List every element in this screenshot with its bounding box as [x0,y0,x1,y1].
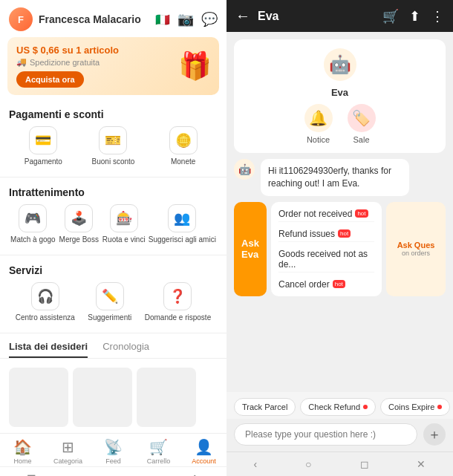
sys-person-icon[interactable]: ♟ [181,470,209,476]
entertainment-grid: 🎮 Match à gogo 🕹️ Merge Boss 🎰 Ruota e v… [9,204,218,244]
right-panel: ← Eva 🛒 ⬆ ⋮ 🤖 Eva 🔔 Notice 🏷️ Sale [226,0,453,476]
eva-card: 🤖 Eva 🔔 Notice 🏷️ Sale [234,39,446,153]
buy-now-button[interactable]: Acquista ora [16,71,84,88]
home-label: Home [13,457,31,465]
chat-body: 🤖 Eva 🔔 Notice 🏷️ Sale 🤖 Hi it1106294930… [226,32,453,392]
merge-icon: 🕹️ [65,204,93,232]
ask-option-2[interactable]: Refund issues hot [278,226,374,242]
sys-extra-right[interactable]: ✕ [408,455,434,473]
feed-label: Feed [105,457,121,465]
eva-avatar-icon: 🤖 [324,48,356,81]
faq-item[interactable]: ❓ Domande e risposte [145,282,212,322]
chat-input[interactable] [234,423,417,446]
sale-button[interactable]: 🏷️ Sale [348,104,376,144]
support-item[interactable]: 🎧 Centro assistenza [16,282,75,322]
notice-label: Notice [307,135,330,144]
spin-icon: 🎰 [110,204,138,232]
sale-label: Sale [353,135,369,144]
match-item[interactable]: 🎮 Match à gogo [10,204,56,244]
refer-item[interactable]: 👥 Suggerisci agli amici [149,204,216,244]
coins-icon: 🪙 [169,126,198,154]
camera-icon[interactable]: 📷 [177,11,194,27]
faq-icon: ❓ [163,282,192,310]
ask-ques-label: Ask Ques [397,241,435,250]
coins-expire-chip[interactable]: Coins Expire [380,398,450,416]
merge-item[interactable]: 🕹️ Merge Boss [59,204,100,244]
greeting-bubble: Hi it1106294930erfy, thanks for reaching… [261,159,409,196]
wish-card-2 [73,368,132,427]
track-parcel-label: Track Parcel [242,402,287,411]
nav-category[interactable]: ⊞ Categoria [45,438,91,465]
user-name: Francesca Malacario [39,13,141,25]
flag-icon: 🇮🇹 [155,13,170,27]
chat-header: ← Eva 🛒 ⬆ ⋮ [226,0,453,32]
ask-option-1[interactable]: Order not received hot [278,206,374,222]
nav-cart[interactable]: 🛒 Carrello [136,438,181,465]
more-icon[interactable]: ⋮ [431,8,444,25]
ask-eva-label: Ask Eva [234,202,267,296]
cart-icon: 🛒 [149,438,168,456]
wish-card-3 [137,368,196,427]
payments-section: Pagamenti e sconti 💳 Pagamento 🎫 Buoni s… [0,102,226,174]
nav-home[interactable]: 🏠 Home [0,438,45,465]
nav-account[interactable]: 👤 Account [181,438,226,465]
tab-history[interactable]: Cronologia [102,336,149,358]
services-title: Servizi [9,264,218,276]
match-label: Match à gogo [10,235,56,244]
hot-badge-1: hot [355,209,368,218]
match-icon: 🎮 [19,204,47,232]
suggestions-label: Suggerimenti [88,313,131,322]
nav-feed[interactable]: 📡 Feed [91,438,136,465]
spin-item[interactable]: 🎰 Ruota e vinci [102,204,146,244]
check-refund-chip[interactable]: Check Refund [300,398,376,416]
hot-badge-4: hot [333,280,345,288]
bot-avatar-icon: 🤖 [234,159,255,180]
sys-home-right[interactable]: ○ [296,455,320,473]
wishlist-tabs: Lista dei desideri Cronologia [0,336,226,359]
chat-icon[interactable]: 💬 [201,11,218,27]
wish-placeholder [9,368,218,427]
ask-ques-card[interactable]: Ask Ques on orders [386,202,446,296]
payment-item[interactable]: 💳 Pagamento [23,126,64,166]
ask-option-4[interactable]: Cancel order hot [278,277,374,292]
sys-menu-icon[interactable]: ☰ [18,470,45,476]
avatar: F [9,7,33,31]
option-text-2: Refund issues [278,229,335,239]
account-label: Account [192,457,216,465]
suggestions-item[interactable]: ✏️ Suggerimenti [88,282,131,322]
system-nav-left: ☰ ○ ‹ ♟ [0,466,226,476]
category-label: Categoria [53,457,82,465]
track-parcel-chip[interactable]: Track Parcel [234,398,296,416]
coins-item[interactable]: 🪙 Monete [163,126,203,166]
sys-menu-right[interactable]: ◻ [351,455,378,473]
category-icon: ⊞ [62,438,74,456]
ask-options: Order not received hot Refund issues hot… [271,202,382,296]
system-nav-right: ‹ ○ ◻ ✕ [226,451,453,476]
support-icon: 🎧 [31,282,59,310]
entertainment-section: Intrattenimento 🎮 Match à gogo 🕹️ Merge … [0,180,226,252]
app-header: F Francesca Malacario 🇮🇹 📷 💬 [0,0,226,37]
check-refund-dot [363,405,368,409]
back-button[interactable]: ← [235,7,250,25]
services-grid: 🎧 Centro assistenza ✏️ Suggerimenti ❓ Do… [9,282,218,322]
faq-label: Domande e risposte [145,313,212,322]
cart-header-icon[interactable]: 🛒 [382,8,399,25]
share-icon[interactable]: ⬆ [409,8,420,25]
coins-expire-dot [437,405,442,409]
ask-text: Ask Eva [241,238,259,260]
tab-wishlist[interactable]: Lista dei desideri [9,336,88,358]
chat-header-left: ← Eva [235,7,278,25]
sys-back-right[interactable]: ‹ [244,455,266,473]
chat-header-right: 🛒 ⬆ ⋮ [382,8,444,25]
notice-button[interactable]: 🔔 Notice [304,104,333,144]
option-text-4: Cancel order [278,279,330,290]
send-button[interactable]: ＋ [423,423,446,446]
sys-back-icon[interactable]: ‹ [130,470,151,476]
sys-home-icon[interactable]: ○ [76,470,100,476]
gift-icon: 🎁 [178,50,212,82]
ask-option-3[interactable]: Goods received not as de... [278,247,374,273]
chat-title: Eva [258,10,278,23]
coins-label: Monete [171,157,195,166]
ask-eva-row: Ask Eva Order not received hot Refund is… [234,202,446,296]
coupon-item[interactable]: 🎫 Buoni sconto [92,126,135,166]
